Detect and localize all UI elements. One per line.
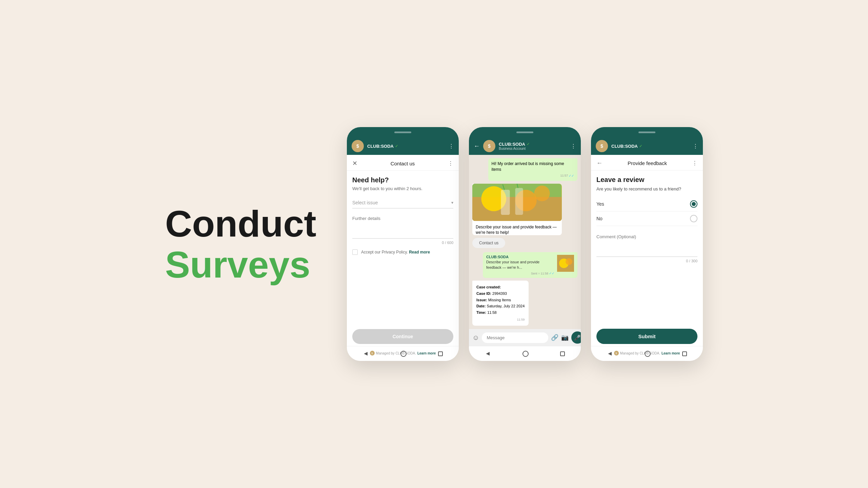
phone2-camera-btn[interactable]: 📷 xyxy=(561,334,569,341)
phone1-select-arrow: ▾ xyxy=(451,200,453,205)
phone2-nav-back[interactable]: ◄ xyxy=(485,350,491,357)
phone1-further-details[interactable] xyxy=(352,213,453,237)
phone2-nav-home[interactable] xyxy=(522,351,529,357)
phone2-drink-bg xyxy=(472,184,562,221)
phone3-feedback-header: ← Provide feedback ⋮ xyxy=(591,155,703,170)
phone1-privacy-text: Accept our Privacy Policy. Read more xyxy=(361,250,430,255)
phone3-feedback-body: Leave a review Are you likely to recomme… xyxy=(591,170,703,346)
phone3-status-bar xyxy=(591,127,703,137)
phone2-attach-btn[interactable]: 🔗 xyxy=(551,334,558,341)
phone1-contact-header: ✕ Contact us ⋮ xyxy=(347,155,459,171)
phone2-verified-icon: ✓ xyxy=(527,142,530,146)
phone2-contact-us-btn[interactable]: Contact us xyxy=(472,238,505,248)
phone1-managed-icon: $ xyxy=(370,351,375,355)
phone1-managed-by: $ Managed by CLUB:SODA. Learn more xyxy=(347,351,459,355)
phone1-privacy-row: Accept our Privacy Policy. Read more xyxy=(352,249,453,255)
phone1-brand-text: CLUB:SODA xyxy=(367,144,394,149)
phone1-verified-icon: ✓ xyxy=(395,144,398,148)
phone3-content: ← Provide feedback ⋮ Leave a review Are … xyxy=(591,155,703,346)
phone3-comment-input[interactable] xyxy=(596,231,697,255)
phone2-sent-thumb xyxy=(557,255,574,272)
svg-point-6 xyxy=(534,185,550,201)
phone2-input-bar: ☺ 🔗 📷 🎤 xyxy=(469,329,581,346)
phone3-heading: Leave a review xyxy=(596,176,697,184)
phone2-sent-text-col: CLUB:SODA Describe your issue and provid… xyxy=(486,255,554,275)
phone1-continue-btn[interactable]: Continue xyxy=(352,329,453,344)
phone3-back-btn[interactable]: ← xyxy=(596,160,603,167)
phone3-managed-icon: $ xyxy=(614,351,619,355)
phone1-body: Need help? We'll get back to you within … xyxy=(347,171,459,346)
phone2-back-icon[interactable]: ← xyxy=(474,143,480,150)
phone2-brand-title: CLUB:SODA ✓ xyxy=(499,142,567,147)
phone1-close-btn[interactable]: ✕ xyxy=(352,160,357,167)
phone3-no-option[interactable]: No xyxy=(596,211,697,226)
phone3-question: Are you likely to recommend us to a frie… xyxy=(596,186,697,191)
phone2-subtitle: Business Account xyxy=(499,147,567,150)
phone2-sent-card: CLUB:SODA Describe your issue and provid… xyxy=(483,252,577,278)
phone2-brand-text: CLUB:SODA xyxy=(499,142,525,147)
phone1-app-header: $ CLUB:SODA ✓ ⋮ xyxy=(347,137,459,155)
phone3-feedback-title: Provide feedback xyxy=(628,160,667,166)
phone3-yes-radio[interactable] xyxy=(690,200,697,208)
phone2-case-bubble: Case created: Case ID: 2994393 Issue: Mi… xyxy=(472,281,529,326)
phone2-sent-status: Sent ○ 11:58 ✓✓ xyxy=(486,271,554,275)
phone1-privacy-checkbox[interactable] xyxy=(352,249,358,255)
phone2-emoji-btn[interactable]: ☺ xyxy=(472,334,479,342)
phone3-managed-by: $ Managed by CLUB:SODA. Learn more xyxy=(591,351,703,355)
phone-3: $ CLUB:SODA ✓ ⋮ ← Provide feedback ⋮ xyxy=(591,127,703,361)
phone3-brand-title: CLUB:SODA ✓ xyxy=(611,144,689,149)
phone3-app-header: $ CLUB:SODA ✓ ⋮ xyxy=(591,137,703,155)
phone2-nav-recent[interactable] xyxy=(560,351,565,356)
phone1-read-more[interactable]: Read more xyxy=(409,250,430,255)
phone-wrapper: $ CLUB:SODA ✓ ⋮ ✕ Contact us ⋮ xyxy=(347,127,703,361)
phone1-contact-title: Contact us xyxy=(391,161,415,166)
phone1-subtitle: We'll get back to you within 2 hours. xyxy=(352,186,453,191)
phone2-chat-body: Hi! My order arrived but is missing some… xyxy=(469,155,581,329)
phone3-yes-option[interactable]: Yes xyxy=(596,197,697,211)
phone2-avatar: $ xyxy=(483,140,495,152)
phone3-more-btn[interactable]: ⋮ xyxy=(692,160,697,166)
phone3-no-label: No xyxy=(596,216,603,221)
phone3-yes-label: Yes xyxy=(596,201,604,207)
phone2-sent-preview: Describe your issue and provide feedback… xyxy=(486,260,554,270)
phone1-content: ✕ Contact us ⋮ Need help? We'll get back… xyxy=(347,155,459,346)
svg-rect-5 xyxy=(515,188,523,215)
phone1-heading: Need help? xyxy=(352,176,453,184)
phone1-more-btn[interactable]: ⋮ xyxy=(448,160,453,167)
phone3-menu-icon[interactable]: ⋮ xyxy=(693,143,698,149)
phone1-status-bar xyxy=(347,127,459,137)
phone2-msg1-time: 11:57 ✓✓ xyxy=(492,174,574,178)
phone1-char-count: 0 / 600 xyxy=(352,241,453,245)
phone1-brand-title: CLUB:SODA ✓ xyxy=(367,144,445,149)
phone2-message-input[interactable] xyxy=(482,332,548,343)
phone2-sent-brand: CLUB:SODA xyxy=(486,255,554,259)
phone-2: ← $ CLUB:SODA ✓ Business Account ⋮ Hi! M… xyxy=(469,127,581,361)
phone3-verified-icon: ✓ xyxy=(639,144,642,148)
phone3-yes-radio-inner xyxy=(692,202,696,206)
phone1-header-info: CLUB:SODA ✓ xyxy=(367,144,445,149)
phone1-learn-more[interactable]: Learn more xyxy=(417,351,436,355)
main-container: Conduct Surveys $ CLUB:SODA ✓ ⋮ xyxy=(0,0,868,488)
phone1-details-wrapper xyxy=(352,213,453,239)
phone3-no-radio[interactable] xyxy=(690,215,697,222)
phone2-app-header: ← $ CLUB:SODA ✓ Business Account ⋮ xyxy=(469,137,581,155)
phone3-learn-more[interactable]: Learn more xyxy=(662,351,680,355)
hero-text-block: Conduct Surveys xyxy=(165,203,316,285)
phone1-select-issue[interactable]: Select issue ▾ xyxy=(352,197,453,208)
phone2-drink-image xyxy=(472,184,562,221)
phone1-menu-icon[interactable]: ⋮ xyxy=(449,143,454,149)
phone2-image-bubble: Describe your issue and provide feedback… xyxy=(472,184,562,236)
phone3-comment-wrapper xyxy=(596,231,697,257)
hero-line2: Surveys xyxy=(165,244,316,285)
phone2-pill xyxy=(516,131,533,133)
phone2-msg1: Hi! My order arrived but is missing some… xyxy=(488,158,578,181)
phone2-menu-icon[interactable]: ⋮ xyxy=(571,143,576,149)
phone3-submit-btn[interactable]: Submit xyxy=(596,329,697,344)
phone2-status-bar xyxy=(469,127,581,137)
phone2-header-info: CLUB:SODA ✓ Business Account xyxy=(499,142,567,150)
phone3-pill xyxy=(638,131,655,133)
phone2-received-text: Describe your issue and provide feedback… xyxy=(472,222,562,236)
phone1-select-placeholder: Select issue xyxy=(352,200,378,205)
phone3-avatar: $ xyxy=(596,140,608,152)
phone2-mic-btn[interactable]: 🎤 xyxy=(571,331,581,344)
